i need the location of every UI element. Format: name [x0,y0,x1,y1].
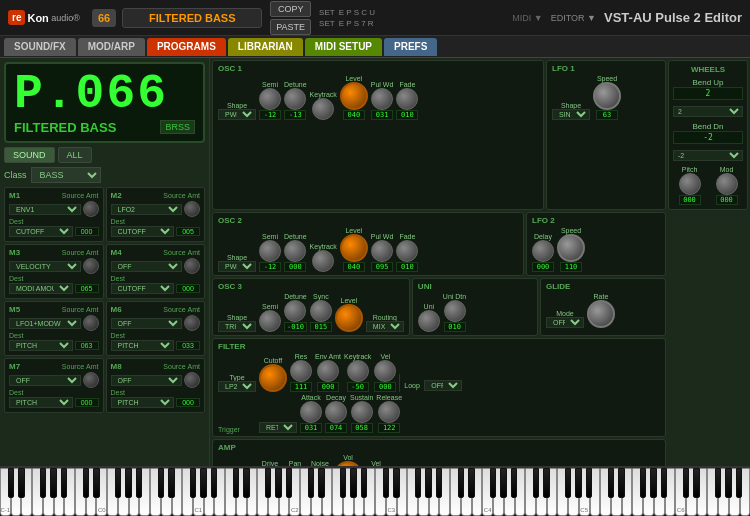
M8-amt-knob[interactable] [184,372,200,388]
M1-dest-select[interactable]: CUTOFF [9,226,73,237]
black-key[interactable] [40,468,46,498]
M2-dest-select[interactable]: CUTOFF [111,226,175,237]
M8-source-select[interactable]: OFF [111,375,183,386]
black-key[interactable] [693,468,699,498]
black-key[interactable] [125,468,131,498]
black-key[interactable] [500,468,506,498]
black-key[interactable] [168,468,174,498]
filter-type-select[interactable]: LP24 [218,381,256,392]
black-key[interactable] [350,468,356,498]
osc2-fade-knob[interactable] [396,240,418,262]
black-key[interactable] [8,468,14,498]
M7-source-select[interactable]: OFF [9,375,81,386]
black-key[interactable] [586,468,592,498]
black-key[interactable] [715,468,721,498]
black-key[interactable] [18,468,24,498]
lfo1-speed-knob[interactable] [593,82,621,110]
osc2-keytrack-knob[interactable] [312,250,334,272]
osc2-semi-knob[interactable] [259,240,281,262]
M5-source-select[interactable]: LFO1+MODW [9,318,81,329]
black-key[interactable] [533,468,539,498]
black-key[interactable] [233,468,239,498]
black-key[interactable] [608,468,614,498]
black-key[interactable] [83,468,89,498]
black-key[interactable] [286,468,292,498]
black-key[interactable] [393,468,399,498]
M4-dest-select[interactable]: CUTOFF [111,283,175,294]
black-key[interactable] [308,468,314,498]
osc1-semi-knob[interactable] [259,88,281,110]
M6-source-select[interactable]: OFF [111,318,183,329]
black-key[interactable] [158,468,164,498]
uni-knob[interactable] [418,310,440,332]
black-key[interactable] [361,468,367,498]
black-key[interactable] [683,468,689,498]
black-key[interactable] [200,468,206,498]
osc2-shape-select[interactable]: PWM [218,261,256,272]
osc1-pulwd-knob[interactable] [371,88,393,110]
copy-button[interactable]: COPY [270,1,311,17]
M3-amt-knob[interactable] [83,258,99,274]
black-key[interactable] [575,468,581,498]
filter-cutoff-knob[interactable] [259,364,287,392]
glide-mode-select[interactable]: OFF [546,317,584,328]
M7-amt-knob[interactable] [83,372,99,388]
tab-sound[interactable]: SOUND/FX [4,38,76,56]
M7-dest-select[interactable]: PITCH [9,397,73,408]
filter-attack-knob[interactable] [300,401,322,423]
filter-keytrack-knob[interactable] [347,360,369,382]
M3-source-select[interactable]: VELOCITY [9,261,81,272]
osc3-routing-select[interactable]: MIX [366,321,404,332]
class-select[interactable]: BASS LEAD PAD [31,167,101,183]
black-key[interactable] [115,468,121,498]
M5-dest-select[interactable]: PITCH [9,340,73,351]
osc3-semi-knob[interactable] [259,310,281,332]
black-key[interactable] [468,468,474,498]
black-key[interactable] [340,468,346,498]
osc1-detune-knob[interactable] [284,88,306,110]
osc2-detune-knob[interactable] [284,240,306,262]
filter-vel-knob[interactable] [374,360,396,382]
osc1-fade-knob[interactable] [396,88,418,110]
black-key[interactable] [50,468,56,498]
tab-programs[interactable]: PROGRAMS [147,38,226,56]
filter-trigger-select[interactable]: RET2 [259,422,297,433]
M1-source-select[interactable]: ENV1 [9,204,81,215]
black-key[interactable] [61,468,67,498]
osc3-sync-knob[interactable] [310,300,332,322]
black-key[interactable] [725,468,731,498]
tab-librarian[interactable]: LIBRARIAN [228,38,303,56]
filter-decay-knob[interactable] [325,401,347,423]
black-key[interactable] [93,468,99,498]
black-key[interactable] [565,468,571,498]
black-key[interactable] [190,468,196,498]
M6-dest-select[interactable]: PITCH [111,340,175,351]
bend-dn-select[interactable]: -2 [673,150,743,161]
M5-amt-knob[interactable] [83,315,99,331]
black-key[interactable] [318,468,324,498]
black-key[interactable] [640,468,646,498]
M4-amt-knob[interactable] [184,258,200,274]
filter-envamt-knob[interactable] [317,360,339,382]
mod-knob[interactable] [716,173,738,195]
filter-loop-select[interactable]: OFF [424,380,462,391]
paste-button[interactable]: PASTE [270,19,311,35]
black-key[interactable] [436,468,442,498]
black-key[interactable] [211,468,217,498]
black-key[interactable] [415,468,421,498]
bend-up-select[interactable]: 2 [673,106,743,117]
black-key[interactable] [265,468,271,498]
M6-amt-knob[interactable] [184,315,200,331]
filter-sustain-knob[interactable] [351,401,373,423]
M2-amt-knob[interactable] [184,201,200,217]
filter-res-knob[interactable] [290,360,312,382]
black-key[interactable] [618,468,624,498]
black-key[interactable] [511,468,517,498]
M8-dest-select[interactable]: PITCH [111,397,175,408]
M3-dest-select[interactable]: MODI AMOUN [9,283,73,294]
black-key[interactable] [543,468,549,498]
tab-prefs[interactable]: PREFS [384,38,437,56]
glide-rate-knob[interactable] [587,300,615,328]
osc1-shape-select[interactable]: PWM [218,109,256,120]
black-key[interactable] [275,468,281,498]
